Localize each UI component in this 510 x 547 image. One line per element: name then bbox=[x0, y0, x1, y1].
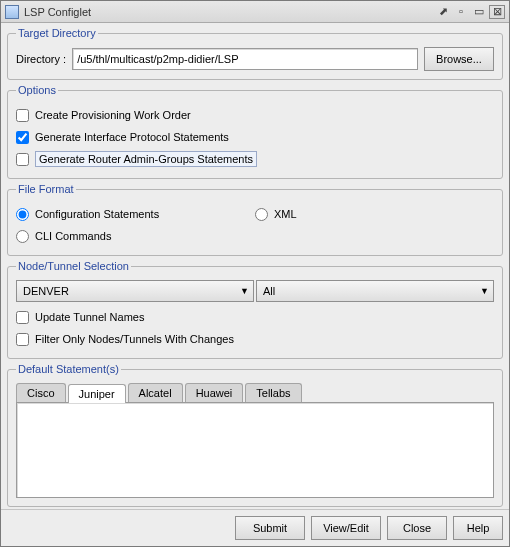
window: LSP Configlet ⬈ ▫ ▭ ⊠ Target Directory D… bbox=[0, 0, 510, 547]
tab-alcatel[interactable]: Alcatel bbox=[128, 383, 183, 402]
titlebar: LSP Configlet ⬈ ▫ ▭ ⊠ bbox=[1, 1, 509, 23]
window-icon bbox=[5, 5, 19, 19]
vendor-tabs: Cisco Juniper Alcatel Huawei Tellabs bbox=[16, 383, 494, 402]
view-edit-button[interactable]: View/Edit bbox=[311, 516, 381, 540]
minimize-icon[interactable]: ▫ bbox=[453, 5, 469, 19]
filter-changes-label: Filter Only Nodes/Tunnels With Changes bbox=[35, 333, 234, 345]
gen-router-admin-checkbox[interactable] bbox=[16, 153, 29, 166]
node-tunnel-group: Node/Tunnel Selection DENVER ▼ All ▼ Upd… bbox=[7, 260, 503, 359]
target-directory-group: Target Directory Directory : Browse... bbox=[7, 27, 503, 80]
gen-interface-label: Generate Interface Protocol Statements bbox=[35, 131, 229, 143]
detach-icon[interactable]: ⬈ bbox=[435, 5, 451, 19]
tunnel-dropdown-value: All bbox=[263, 285, 275, 297]
config-stmts-radio[interactable] bbox=[16, 208, 29, 221]
default-statements-textarea[interactable] bbox=[16, 402, 494, 498]
create-provisioning-label: Create Provisioning Work Order bbox=[35, 109, 191, 121]
cli-label: CLI Commands bbox=[35, 230, 111, 242]
tunnel-dropdown[interactable]: All ▼ bbox=[256, 280, 494, 302]
close-button[interactable]: Close bbox=[387, 516, 447, 540]
maximize-icon[interactable]: ▭ bbox=[471, 5, 487, 19]
update-tunnel-label: Update Tunnel Names bbox=[35, 311, 144, 323]
submit-button[interactable]: Submit bbox=[235, 516, 305, 540]
update-tunnel-checkbox[interactable] bbox=[16, 311, 29, 324]
filter-changes-checkbox[interactable] bbox=[16, 333, 29, 346]
node-tunnel-legend: Node/Tunnel Selection bbox=[16, 260, 131, 272]
close-icon[interactable]: ⊠ bbox=[489, 5, 505, 19]
directory-input[interactable] bbox=[72, 48, 418, 70]
create-provisioning-checkbox[interactable] bbox=[16, 109, 29, 122]
help-button[interactable]: Help bbox=[453, 516, 503, 540]
window-title: LSP Configlet bbox=[24, 6, 91, 18]
tab-tellabs[interactable]: Tellabs bbox=[245, 383, 301, 402]
tab-cisco[interactable]: Cisco bbox=[16, 383, 66, 402]
tab-juniper[interactable]: Juniper bbox=[68, 384, 126, 403]
chevron-down-icon: ▼ bbox=[480, 286, 489, 296]
options-legend: Options bbox=[16, 84, 58, 96]
gen-interface-checkbox[interactable] bbox=[16, 131, 29, 144]
xml-label: XML bbox=[274, 208, 297, 220]
file-format-legend: File Format bbox=[16, 183, 76, 195]
file-format-group: File Format Configuration Statements XML… bbox=[7, 183, 503, 256]
directory-label: Directory : bbox=[16, 53, 66, 65]
content: Target Directory Directory : Browse... O… bbox=[1, 23, 509, 509]
node-dropdown[interactable]: DENVER ▼ bbox=[16, 280, 254, 302]
tab-huawei[interactable]: Huawei bbox=[185, 383, 244, 402]
default-statements-legend: Default Statement(s) bbox=[16, 363, 121, 375]
default-statements-group: Default Statement(s) Cisco Juniper Alcat… bbox=[7, 363, 503, 507]
xml-radio[interactable] bbox=[255, 208, 268, 221]
chevron-down-icon: ▼ bbox=[240, 286, 249, 296]
footer: Submit View/Edit Close Help bbox=[1, 509, 509, 546]
options-group: Options Create Provisioning Work Order G… bbox=[7, 84, 503, 179]
target-directory-legend: Target Directory bbox=[16, 27, 98, 39]
browse-button[interactable]: Browse... bbox=[424, 47, 494, 71]
gen-router-admin-label: Generate Router Admin-Groups Statements bbox=[35, 151, 257, 167]
node-dropdown-value: DENVER bbox=[23, 285, 69, 297]
config-stmts-label: Configuration Statements bbox=[35, 208, 159, 220]
cli-radio[interactable] bbox=[16, 230, 29, 243]
